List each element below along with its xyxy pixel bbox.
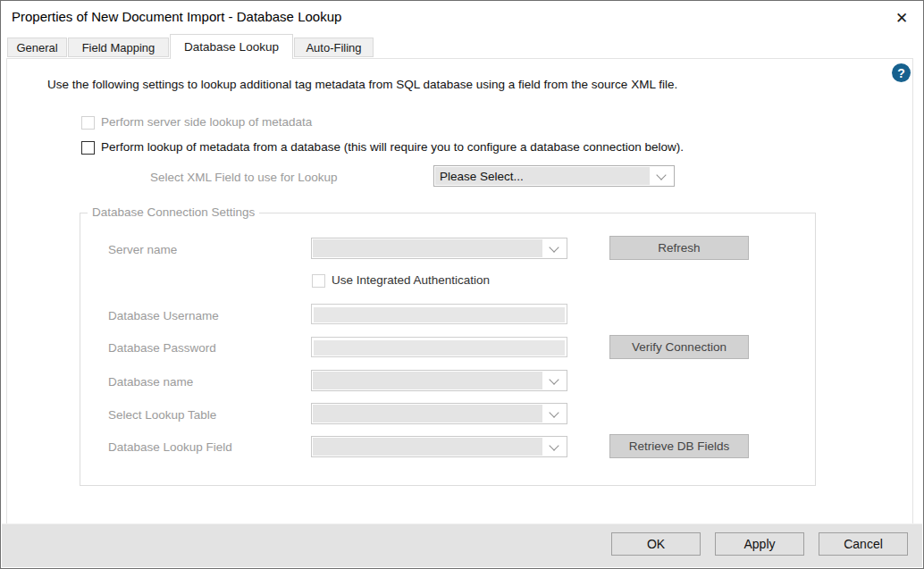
xml-field-combobox-value: Please Select... [435,167,650,185]
lookup-field-label: Database Lookup Field [108,440,232,454]
db-lookup-label: Perform lookup of metadata from a databa… [101,140,684,154]
db-name-combobox[interactable] [311,370,567,391]
cancel-button[interactable]: Cancel [819,532,908,556]
server-name-combobox-value [313,239,542,257]
group-title: Database Connection Settings [88,205,259,219]
server-name-combobox[interactable] [311,238,567,259]
db-lookup-checkbox[interactable] [81,141,95,155]
db-password-label: Database Password [108,341,216,355]
db-username-field[interactable] [314,307,565,322]
footer-bar: OK Apply Cancel [2,523,922,567]
lookup-table-label: Select Lookup Table [108,408,216,422]
title-bar: Properties of New Document Import - Data… [1,1,923,35]
help-icon[interactable]: ? [892,63,911,82]
chevron-down-icon[interactable] [650,167,673,185]
xml-field-combobox[interactable]: Please Select... [433,165,675,187]
db-password-field-wrap [311,337,567,357]
refresh-button[interactable]: Refresh [609,236,749,260]
chevron-down-icon[interactable] [542,372,566,389]
xml-field-label: Select XML Field to use for Lookup [150,171,338,184]
tab-database-lookup[interactable]: Database Lookup [170,34,293,59]
db-username-field-wrap [311,304,567,324]
tab-strip: General Field Mapping Database Lookup Au… [1,34,923,58]
db-username-label: Database Username [108,309,219,322]
chevron-down-icon[interactable] [542,239,566,257]
lookup-table-combobox[interactable] [311,403,567,424]
ok-button[interactable]: OK [611,532,701,556]
tab-field-mapping[interactable]: Field Mapping [68,38,169,57]
properties-dialog: Properties of New Document Import - Data… [0,0,924,569]
integrated-auth-checkbox[interactable] [312,274,325,288]
tab-general[interactable]: General [7,38,67,57]
tab-auto-filing[interactable]: Auto-Filing [294,38,374,57]
window-title: Properties of New Document Import - Data… [12,9,341,24]
server-name-label: Server name [108,243,177,256]
chevron-down-icon[interactable] [542,405,566,423]
close-icon[interactable]: ✕ [889,6,914,29]
lookup-field-combobox[interactable] [311,436,567,457]
lookup-field-combobox-value [313,438,542,456]
chevron-down-icon[interactable] [542,438,566,456]
verify-connection-button[interactable]: Verify Connection [609,335,749,359]
retrieve-db-fields-button[interactable]: Retrieve DB Fields [609,434,749,458]
db-name-combobox-value [313,372,542,389]
server-side-lookup-checkbox[interactable] [81,116,95,130]
db-password-field[interactable] [314,340,565,356]
apply-button[interactable]: Apply [715,532,804,556]
intro-text: Use the following settings to lookup add… [47,78,677,91]
integrated-auth-label: Use Integrated Authentication [332,273,490,287]
server-side-lookup-label: Perform server side lookup of metadata [101,115,312,129]
lookup-table-combobox-value [313,405,542,423]
db-name-label: Database name [108,375,193,389]
